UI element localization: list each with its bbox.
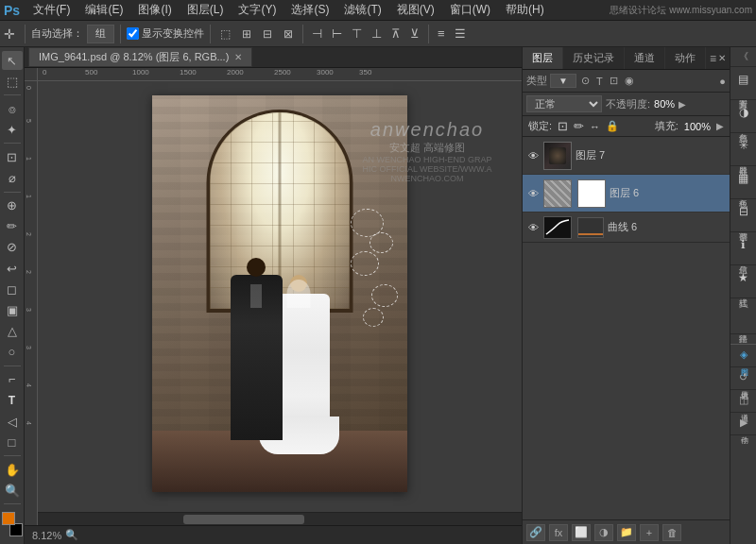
add-mask-btn[interactable]: ⬜ bbox=[572, 524, 591, 541]
layers-tab-bar: 图层 历史记录 通道 动作 ≡ ✕ bbox=[523, 47, 730, 70]
color-swatch[interactable] bbox=[2, 512, 23, 536]
new-adjustment-btn[interactable]: ◑ bbox=[594, 524, 613, 541]
fill-value[interactable]: 100% bbox=[684, 121, 711, 132]
opacity-arrow[interactable]: ▶ bbox=[679, 99, 686, 110]
panel-paths[interactable]: ⌒ 路径 bbox=[730, 298, 756, 334]
tool-zoom[interactable]: 🔍 bbox=[2, 481, 23, 500]
filter-type-btn[interactable]: ▼ bbox=[550, 74, 576, 88]
lock-all-icon[interactable]: 🔒 bbox=[606, 120, 619, 132]
lock-pixel-icon[interactable]: ⊡ bbox=[558, 119, 568, 133]
tool-eraser[interactable]: ◻ bbox=[2, 280, 23, 298]
toolbar-align-2[interactable]: ⊢ bbox=[329, 25, 345, 42]
add-style-btn[interactable]: fx bbox=[549, 524, 568, 541]
panel-adjustments[interactable]: ⊟ 调整 bbox=[730, 199, 756, 232]
show-transform-check[interactable]: 显示变换控件 bbox=[127, 26, 204, 41]
tool-text[interactable]: T bbox=[2, 391, 23, 410]
filter-pixel-icon[interactable]: ⊙ bbox=[579, 73, 592, 89]
panel-channels-active[interactable]: ◫ 通道 bbox=[730, 390, 756, 413]
opacity-value[interactable]: 80% bbox=[654, 98, 675, 110]
tab-history[interactable]: 历史记录 bbox=[563, 47, 625, 69]
curve-item-6[interactable]: 👁 曲线 6 bbox=[523, 212, 730, 243]
canvas-viewport[interactable]: anwenchao 安文超 高端修图 AN WENCHAO HIGH-END G… bbox=[38, 81, 522, 506]
tab-actions[interactable]: 动作 bbox=[665, 47, 706, 69]
toolbar-align-3[interactable]: ⊤ bbox=[349, 25, 365, 42]
transform-checkbox[interactable] bbox=[127, 27, 139, 40]
close-tab-icon[interactable]: ✕ bbox=[234, 52, 242, 62]
tool-history[interactable]: ↩ bbox=[2, 259, 23, 278]
tool-lasso[interactable]: ⌾ bbox=[2, 99, 23, 118]
tool-heal[interactable]: ⊕ bbox=[2, 196, 23, 215]
menu-window[interactable]: 窗口(W) bbox=[442, 0, 498, 20]
menu-edit[interactable]: 编辑(E) bbox=[77, 0, 130, 20]
panel-swatches[interactable]: ▦ 色板 bbox=[730, 166, 756, 199]
menu-layer[interactable]: 图层(L) bbox=[180, 0, 232, 20]
link-layers-btn[interactable]: 🔗 bbox=[526, 524, 545, 541]
panel-info[interactable]: ℹ 信息 bbox=[730, 232, 756, 265]
tab-layers[interactable]: 图层 bbox=[523, 47, 563, 69]
tool-select[interactable]: ⬚ bbox=[2, 72, 23, 91]
filter-type-icon[interactable]: ⊡ bbox=[608, 73, 620, 89]
tool-eyedrop[interactable]: ⌀ bbox=[2, 169, 23, 188]
panel-menu-icon[interactable]: ≡ bbox=[710, 52, 716, 65]
tool-arrow[interactable]: ↖ bbox=[2, 51, 23, 70]
filter-adjust-icon[interactable]: T bbox=[594, 74, 605, 89]
toolbar-icon-2[interactable]: ⊞ bbox=[238, 26, 255, 42]
tool-clone[interactable]: ⊘ bbox=[2, 238, 23, 257]
filter-toggle[interactable]: ● bbox=[719, 76, 726, 87]
fg-color[interactable] bbox=[2, 512, 15, 525]
tool-crop[interactable]: ⊡ bbox=[2, 147, 23, 166]
blend-mode-select[interactable]: 正常 bbox=[526, 95, 602, 112]
toolbar-icon-4[interactable]: ⊠ bbox=[280, 26, 297, 42]
panel-collapse-btn[interactable]: 《 bbox=[730, 47, 756, 67]
toolbar-align-6[interactable]: ⊻ bbox=[407, 25, 422, 42]
panel-color[interactable]: ◑ 颜色 bbox=[730, 100, 756, 133]
menu-filter[interactable]: 滤镜(T) bbox=[336, 0, 388, 20]
panel-history-active[interactable]: ↺ 历史记录 bbox=[730, 367, 756, 390]
panel-histogram[interactable]: ▤ 直方图 bbox=[730, 67, 756, 100]
lock-pos-icon[interactable]: ✏ bbox=[574, 119, 584, 133]
tool-brush[interactable]: ✏ bbox=[2, 217, 23, 236]
fill-arrow[interactable]: ▶ bbox=[716, 121, 724, 131]
menu-help[interactable]: 帮助(H) bbox=[498, 0, 552, 20]
tool-shape[interactable]: □ bbox=[2, 433, 23, 451]
tool-path[interactable]: ◁ bbox=[2, 412, 23, 431]
layer-item-7[interactable]: 👁 图层 7 bbox=[523, 137, 730, 175]
menu-select[interactable]: 选择(S) bbox=[284, 0, 336, 20]
horizontal-scrollbar[interactable] bbox=[38, 512, 522, 525]
panel-expand-icon[interactable]: ✕ bbox=[718, 53, 726, 63]
menu-text[interactable]: 文字(Y) bbox=[231, 0, 284, 20]
delete-layer-btn[interactable]: 🗑 bbox=[662, 524, 681, 541]
layer-item-6[interactable]: 👁 图层 6 bbox=[523, 175, 730, 212]
lock-art-icon[interactable]: ↔ bbox=[590, 121, 600, 132]
layer-6-visibility[interactable]: 👁 bbox=[526, 187, 540, 200]
toolbar-align-1[interactable]: ⊣ bbox=[309, 25, 325, 42]
layer-7-visibility[interactable]: 👁 bbox=[526, 149, 540, 162]
canvas-scroll[interactable]: 0 500 1000 1500 2000 2500 3000 350 0 5 1… bbox=[25, 68, 522, 525]
toolbar-dist-1[interactable]: ≡ bbox=[435, 25, 448, 42]
new-group-btn[interactable]: 📁 bbox=[617, 524, 636, 541]
toolbar-align-5[interactable]: ⊼ bbox=[388, 25, 404, 42]
toolbar-icon-3[interactable]: ⊟ bbox=[259, 26, 276, 42]
new-layer-btn[interactable]: + bbox=[640, 524, 659, 541]
panel-actions-active[interactable]: ▶ 动作 bbox=[730, 413, 756, 435]
tab-channels[interactable]: 通道 bbox=[625, 47, 665, 69]
toolbar-align-4[interactable]: ⊥ bbox=[369, 25, 385, 42]
curve-6-visibility[interactable]: 👁 bbox=[526, 221, 540, 234]
menu-view[interactable]: 视图(V) bbox=[389, 0, 442, 20]
doc-tab-item[interactable]: IMG_9641.psd @ 8.12% (图层 6, RGB...) ✕ bbox=[28, 47, 252, 67]
tool-hand[interactable]: ✋ bbox=[2, 460, 23, 479]
toolbar-dist-2[interactable]: ☰ bbox=[452, 25, 469, 42]
menu-image[interactable]: 图像(I) bbox=[130, 0, 179, 20]
menu-file[interactable]: 文件(F) bbox=[26, 0, 77, 20]
tool-dodge[interactable]: ○ bbox=[2, 343, 23, 362]
tool-pen[interactable]: ⌐ bbox=[2, 370, 23, 389]
toolbar-icon-1[interactable]: ⬚ bbox=[216, 26, 234, 42]
group-dropdown[interactable]: 组 bbox=[87, 25, 114, 43]
panel-styles[interactable]: ★ 样式 bbox=[730, 265, 756, 298]
tool-magic[interactable]: ✦ bbox=[2, 120, 23, 139]
tool-blur[interactable]: △ bbox=[2, 321, 23, 340]
panel-navigator[interactable]: ✳ 导航器 bbox=[730, 133, 756, 166]
filter-smart-icon[interactable]: ◉ bbox=[623, 73, 636, 89]
tool-gradient[interactable]: ▣ bbox=[2, 300, 23, 319]
panel-layers-active[interactable]: ◈ 图层 bbox=[730, 345, 756, 367]
